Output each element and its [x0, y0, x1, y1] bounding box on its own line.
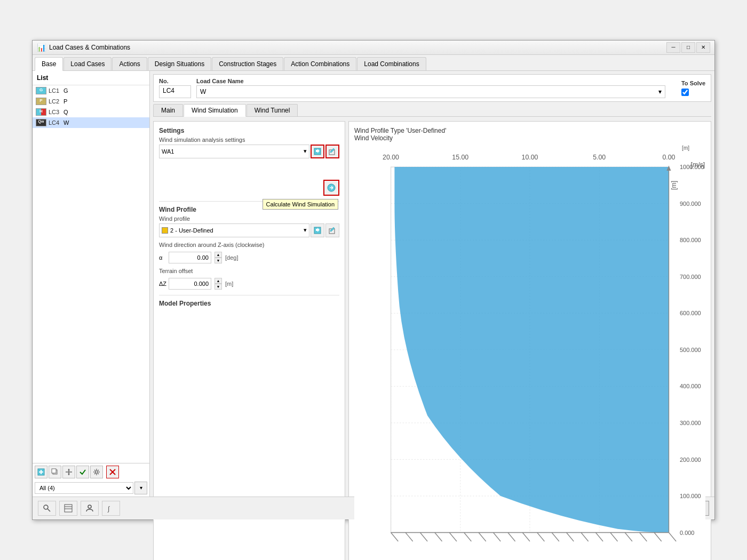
sub-tab-wind-tunnel[interactable]: Wind Tunnel [247, 104, 298, 116]
tab-load-combinations[interactable]: Load Combinations [357, 57, 426, 70]
svg-text:500.000: 500.000 [680, 346, 701, 353]
svg-text:5.00: 5.00 [593, 154, 606, 161]
check-button[interactable] [76, 466, 89, 478]
calculate-tooltip: Calculate Wind Simulation [263, 199, 338, 210]
sub-tab-main[interactable]: Main [153, 104, 183, 116]
copy-load-case-button[interactable] [49, 466, 61, 478]
tab-action-combinations[interactable]: Action Combinations [284, 57, 356, 70]
svg-text:0.00: 0.00 [662, 154, 675, 161]
model-properties-section: Model Properties [159, 295, 339, 309]
right-panel: No. LC4 Load Case Name W To Solve [150, 71, 714, 497]
minimize-button[interactable]: ─ [666, 42, 680, 53]
calculate-section: Calculate Wind Simulation [159, 164, 339, 196]
formula-button[interactable]: ∫ [102, 501, 120, 516]
analysis-edit-button[interactable] [325, 145, 339, 158]
lc3-name: Q [63, 109, 68, 115]
dz-spinner[interactable]: ▲ ▼ [214, 278, 222, 290]
filter-dropdown[interactable]: All (4) [35, 482, 133, 494]
analysis-settings-label: Wind simulation analysis settings [159, 137, 339, 143]
left-panel: List G LC1 G P [33, 71, 150, 497]
alpha-input[interactable] [169, 252, 211, 263]
move-load-case-button[interactable] [62, 466, 75, 478]
list-item[interactable]: H LC3 Q [33, 107, 149, 117]
lc3-code: LC3 [49, 109, 63, 115]
wind-dir-label: Wind direction around Z-axis (clockwise) [159, 242, 339, 248]
alpha-spinner[interactable]: ▲ ▼ [214, 252, 222, 263]
svg-text:100.000: 100.000 [680, 493, 701, 499]
svg-text:700.000: 700.000 [680, 273, 701, 279]
svg-marker-5 [68, 469, 70, 470]
calculate-wind-simulation-button[interactable]: Calculate Wind Simulation [323, 180, 339, 196]
svg-text:[m]: [m] [670, 180, 678, 189]
svg-rect-84 [65, 505, 72, 512]
list-item[interactable]: P LC2 P [33, 96, 149, 107]
lc4-code: LC4 [49, 119, 63, 126]
lc4-color: Qw [36, 119, 46, 126]
delete-load-case-button[interactable] [106, 466, 119, 478]
settings-button[interactable] [90, 466, 103, 478]
svg-marker-6 [68, 474, 70, 475]
terrain-offset-label: Terrain offset [159, 268, 339, 274]
analysis-settings-dropdown[interactable]: WA1 ▾ [159, 145, 309, 158]
svg-text:900.000: 900.000 [680, 200, 701, 206]
maximize-button[interactable]: □ [681, 42, 695, 53]
y-axis-unit: [m] [682, 145, 689, 151]
analysis-new-button[interactable] [311, 145, 324, 158]
tab-base[interactable]: Base [35, 57, 63, 71]
left-panel-toolbar: All (4) ▾ [33, 463, 149, 497]
lc1-color: G [36, 87, 46, 94]
no-input[interactable]: LC4 [159, 85, 191, 98]
to-solve-checkbox[interactable] [681, 89, 689, 96]
svg-text:800.000: 800.000 [680, 237, 701, 243]
wind-profile-chart: Wind Profile Type 'User-Defined' Wind Ve… [348, 121, 711, 560]
tab-load-cases[interactable]: Load Cases [63, 57, 112, 70]
window-title: Load Cases & Combinations [49, 44, 130, 51]
add-load-case-button[interactable] [35, 466, 47, 478]
settings-title: Settings [159, 127, 339, 134]
load-case-name-dropdown[interactable]: W [196, 85, 665, 98]
settings-section: Settings Wind simulation analysis settin… [159, 127, 339, 158]
load-case-name-label: Load Case Name [196, 78, 665, 84]
title-bar: 📊 Load Cases & Combinations ─ □ ✕ [33, 41, 714, 55]
dropdown-arrow-button[interactable]: ▾ [134, 482, 147, 494]
dz-input[interactable] [169, 278, 211, 290]
list-item[interactable]: G LC1 G [33, 85, 149, 96]
to-solve-label: To Solve [681, 80, 705, 86]
tab-actions[interactable]: Actions [112, 57, 147, 70]
svg-text:200.000: 200.000 [680, 456, 701, 462]
dz-down[interactable]: ▼ [214, 284, 222, 290]
svg-text:0.000: 0.000 [680, 529, 694, 535]
lc2-name: P [63, 98, 67, 105]
svg-point-87 [88, 505, 91, 508]
load-case-header: No. LC4 Load Case Name W To Solve [153, 74, 711, 102]
svg-point-7 [96, 470, 98, 473]
tab-construction-stages[interactable]: Construction Stages [212, 57, 283, 70]
svg-line-83 [47, 509, 50, 511]
close-button[interactable]: ✕ [696, 42, 710, 53]
list-item-selected[interactable]: Qw LC4 W [33, 117, 149, 128]
wind-profile-label: Wind profile [159, 215, 339, 222]
wind-profile-new-button[interactable] [311, 223, 324, 237]
main-tab-bar: Base Load Cases Actions Design Situation… [33, 55, 714, 71]
alpha-up[interactable]: ▲ [214, 252, 222, 258]
svg-text:1000.000: 1000.000 [680, 164, 704, 170]
lc1-name: G [63, 87, 68, 94]
svg-rect-4 [52, 469, 56, 473]
person-button[interactable] [81, 501, 99, 516]
list-header: List [33, 71, 149, 85]
wind-profile-edit-button[interactable] [325, 223, 339, 237]
wind-profile-dropdown[interactable]: 2 - User-Defined ▾ [159, 223, 309, 237]
lc1-code: LC1 [49, 87, 63, 94]
lc2-code: LC2 [49, 98, 63, 105]
dz-up[interactable]: ▲ [214, 278, 222, 284]
load-case-list: G LC1 G P LC2 P [33, 85, 149, 463]
alpha-down[interactable]: ▼ [214, 258, 222, 263]
model-props-title: Model Properties [159, 300, 339, 307]
lc4-name: W [63, 119, 69, 126]
table-button[interactable] [59, 501, 77, 516]
tab-design-situations[interactable]: Design Situations [148, 57, 211, 70]
lc2-color: P [36, 98, 46, 105]
sub-tab-wind-simulation[interactable]: Wind Simulation [184, 104, 246, 117]
chart-title-line2: Wind Velocity [354, 134, 705, 142]
search-button[interactable] [38, 501, 56, 516]
